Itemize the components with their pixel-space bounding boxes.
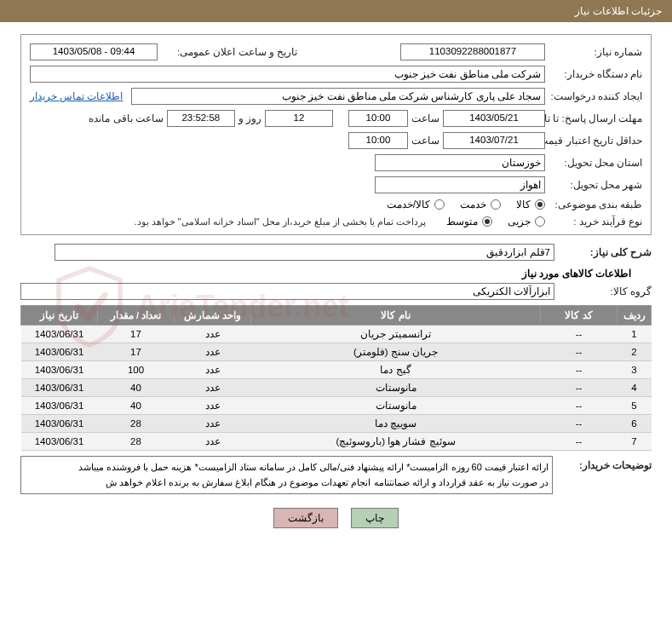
price-valid-date: 1403/07/21 — [443, 132, 545, 149]
classify-label: طبقه بندی موضوعی: — [549, 199, 642, 210]
cell-date: 1403/06/31 — [21, 379, 98, 397]
city-label: شهر محل تحویل: — [549, 179, 642, 191]
price-valid-time: 10:00 — [348, 132, 408, 149]
price-valid-label: حداقل تاریخ اعتبار قیمت: تا تاریخ: — [549, 135, 642, 147]
goods-section-title: اطلاعات کالاهای مورد نیاز — [0, 268, 655, 279]
table-row: 6--سوییچ دماعدد281403/06/31 — [21, 415, 652, 433]
cell-date: 1403/06/31 — [21, 415, 98, 433]
cell-name: جریان سنج (فلومتر) — [251, 343, 541, 361]
cell-row: 2 — [617, 343, 652, 361]
cell-unit: عدد — [175, 325, 251, 343]
announce-dt-label: تاریخ و ساعت اعلان عمومی: — [161, 46, 297, 58]
cell-name: سوئیچ فشار هوا (باروسوئیچ) — [251, 433, 541, 451]
reply-deadline-label: مهلت ارسال پاسخ: تا تاریخ: — [549, 112, 642, 124]
cell-row: 4 — [617, 379, 652, 397]
table-row: 2--جریان سنج (فلومتر)عدد171403/06/31 — [21, 343, 652, 361]
announce-dt-value: 1403/05/08 - 09:44 — [30, 43, 158, 60]
reply-time-value: 10:00 — [348, 110, 408, 127]
cell-date: 1403/06/31 — [21, 361, 98, 379]
cell-name: گیج دما — [251, 361, 541, 379]
process-medium-radio[interactable]: متوسط — [446, 216, 492, 227]
cell-qty: 40 — [98, 379, 175, 397]
process-small-radio[interactable]: جزیی — [508, 216, 545, 227]
process-note: پرداخت تمام یا بخشی از مبلغ خرید،از محل … — [134, 216, 426, 227]
cell-code: -- — [541, 415, 617, 433]
cell-unit: عدد — [175, 379, 251, 397]
cell-code: -- — [541, 361, 617, 379]
cell-date: 1403/06/31 — [21, 325, 98, 343]
cell-qty: 100 — [98, 361, 175, 379]
province-label: استان محل تحویل: — [549, 157, 642, 169]
goods-table: ردیف کد کالا نام کالا واحد شمارش تعداد /… — [20, 305, 652, 451]
radio-checked-icon — [535, 199, 545, 210]
buyer-notes-label: توضیحات خریدار: — [558, 456, 652, 471]
requester-label: ایجاد کننده درخواست: — [549, 90, 642, 102]
process-group: جزیی متوسط — [446, 216, 545, 227]
radio-empty-icon — [434, 199, 445, 210]
cell-row: 7 — [617, 433, 652, 451]
cell-unit: عدد — [175, 397, 251, 415]
goods-group-value: ابزارآلات الکتریکی — [20, 283, 554, 300]
th-code: کد کالا — [541, 306, 617, 325]
price-valid-time-label: ساعت — [411, 135, 439, 147]
cell-code: -- — [541, 433, 617, 451]
process-label: نوع فرآیند خرید : — [549, 216, 642, 227]
page-title: جزئیات اطلاعات نیاز — [0, 0, 672, 22]
cell-name: سوییچ دما — [251, 415, 541, 433]
cell-row: 6 — [617, 415, 652, 433]
print-button[interactable]: چاپ — [351, 508, 399, 528]
cell-code: -- — [541, 325, 617, 343]
cell-date: 1403/06/31 — [21, 433, 98, 451]
cell-unit: عدد — [175, 361, 251, 379]
cell-unit: عدد — [175, 433, 251, 451]
classify-service-radio[interactable]: خدمت — [460, 199, 501, 210]
province-value: خوزستان — [375, 154, 545, 171]
buyer-notes-value: ارائه اعتبار قیمت 60 روزه الزامیست* ارائ… — [20, 456, 553, 494]
th-name: نام کالا — [251, 306, 541, 325]
th-date: تاریخ نیاز — [21, 306, 98, 325]
overall-value: 7قلم ابزاردقیق — [55, 244, 554, 261]
remaining-time-value: 23:52:58 — [167, 110, 235, 127]
cell-name: ترانسمیتر جریان — [251, 325, 541, 343]
cell-name: مانوستات — [251, 397, 541, 415]
cell-code: -- — [541, 343, 617, 361]
contact-link[interactable]: اطلاعات تماس خریدار — [30, 90, 123, 102]
cell-date: 1403/06/31 — [21, 397, 98, 415]
days-left-value: 12 — [265, 110, 333, 127]
radio-empty-icon — [491, 199, 501, 210]
days-left-post: روز و — [238, 112, 261, 124]
city-value: اهواز — [375, 176, 545, 193]
cell-date: 1403/06/31 — [21, 343, 98, 361]
cell-name: مانوستات — [251, 379, 541, 397]
cell-row: 3 — [617, 361, 652, 379]
need-no-value: 1103092288001877 — [400, 43, 545, 60]
cell-code: -- — [541, 397, 617, 415]
table-row: 4--مانوستاتعدد401403/06/31 — [21, 379, 652, 397]
org-value: شرکت ملی مناطق نفت خیز جنوب — [30, 66, 545, 83]
table-row: 1--ترانسمیتر جریانعدد171403/06/31 — [21, 325, 652, 343]
th-row: ردیف — [617, 306, 652, 325]
overall-label: شرح کلی نیاز: — [558, 246, 652, 258]
th-qty: تعداد / مقدار — [98, 306, 175, 325]
table-row: 5--مانوستاتعدد401403/06/31 — [21, 397, 652, 415]
button-bar: چاپ بازگشت — [0, 499, 672, 540]
classify-both-radio[interactable]: کالا/خدمت — [387, 199, 445, 210]
main-frame: شماره نیاز: 1103092288001877 تاریخ و ساع… — [20, 34, 652, 235]
cell-qty: 17 — [98, 343, 175, 361]
classify-goods-radio[interactable]: کالا — [516, 199, 545, 210]
reply-date-value: 1403/05/21 — [443, 110, 545, 127]
reply-time-label: ساعت — [411, 112, 439, 124]
cell-qty: 28 — [98, 433, 175, 451]
cell-row: 5 — [617, 397, 652, 415]
radio-checked-icon — [482, 216, 492, 227]
cell-code: -- — [541, 379, 617, 397]
cell-qty: 17 — [98, 325, 175, 343]
back-button[interactable]: بازگشت — [273, 508, 338, 528]
need-no-label: شماره نیاز: — [549, 46, 642, 58]
cell-qty: 28 — [98, 415, 175, 433]
classify-group: کالا خدمت کالا/خدمت — [387, 199, 545, 210]
cell-unit: عدد — [175, 415, 251, 433]
org-label: نام دستگاه خریدار: — [549, 68, 642, 80]
cell-qty: 40 — [98, 397, 175, 415]
goods-group-label: گروه کالا: — [558, 285, 652, 297]
